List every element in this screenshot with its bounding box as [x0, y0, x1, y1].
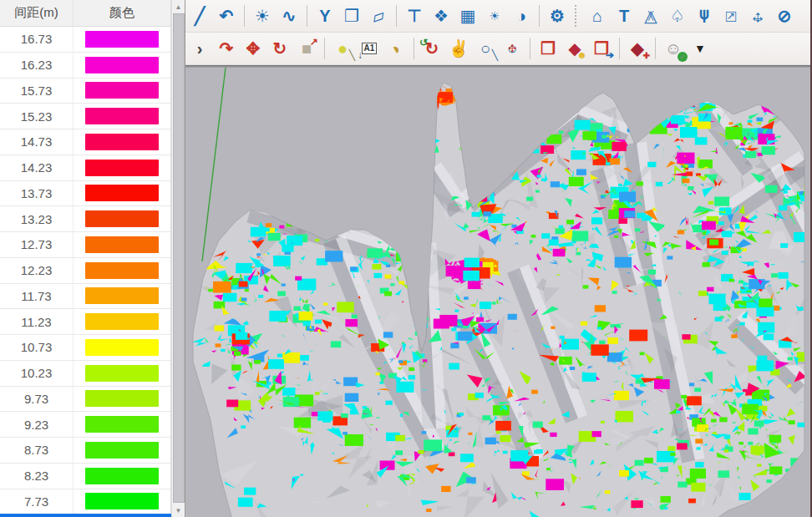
settings-gear-icon-glyph: ⚙ — [550, 8, 565, 24]
hierarchy-icon[interactable]: ⊢ — [402, 3, 427, 28]
toolbar-grip — [575, 5, 580, 27]
account-icon[interactable]: ☺✓ — [661, 36, 686, 61]
toolbar-plugins: ╱↶☀∿Y❐▱⊢❖▦☀◑⚙⌂T△╳♤⋔□↗↔↕⊘ — [185, 0, 812, 33]
zoom-extents-icon[interactable]: ○✣ — [500, 36, 525, 61]
extension-warehouse-icon-glyph: ◆ — [631, 40, 643, 57]
extension-warehouse-icon[interactable]: ◆✚ — [625, 36, 650, 61]
orbit-icon[interactable]: ↻↺ — [419, 36, 444, 61]
dimension-icon-glyph: A1 — [362, 43, 378, 54]
tower-icon[interactable]: △╳ — [638, 3, 663, 28]
solar-panel-icon-glyph: ☀ — [255, 8, 270, 24]
dimension-icon[interactable]: A1↓ — [357, 36, 382, 61]
zoom-icon-overlay: ╲ — [492, 50, 498, 60]
legend-color-cell — [74, 489, 170, 514]
toolbar-separator — [244, 5, 245, 27]
scrollbar-down-button[interactable]: ▼ — [172, 504, 185, 517]
legend-row: 9.73 — [0, 387, 170, 413]
scale-icon-glyph: ■ — [302, 40, 312, 57]
styles-icon[interactable]: ◆☻ — [562, 36, 587, 61]
legend-color-cell — [74, 438, 170, 463]
tree-icon[interactable]: ♤ — [665, 3, 690, 28]
legend-color-cell — [74, 387, 170, 412]
pipe-icon[interactable]: ∿ — [277, 3, 302, 28]
legend-rows: 16.7316.2315.7315.2314.7314.2313.7313.23… — [0, 27, 170, 514]
color-swatch — [85, 365, 159, 382]
move-all-icon[interactable]: ↔↕ — [745, 3, 770, 28]
home-icon[interactable]: ⌂ — [585, 3, 610, 28]
toolbar-separator — [307, 5, 307, 27]
legend-value: 11.23 — [0, 309, 74, 334]
legend-row: 13.73 — [0, 181, 170, 207]
wind-turbine-icon[interactable]: ⋔ — [692, 3, 717, 28]
legend-row: 10.73 — [0, 335, 170, 361]
pipe-icon-glyph: ∿ — [282, 8, 297, 24]
legend-color-cell — [74, 309, 170, 334]
send-to-layout-icon-glyph: ❒ — [594, 40, 609, 57]
toolbar-separator — [414, 38, 414, 59]
color-swatch — [85, 31, 159, 48]
legend-row: 15.73 — [0, 79, 170, 104]
account-caret-icon-glyph: ▼ — [694, 43, 706, 54]
orbit-icon-glyph: ↻ — [425, 40, 439, 57]
zoom-icon[interactable]: ○╲ — [473, 36, 498, 61]
legend-row: 13.23 — [0, 206, 170, 232]
scale-icon[interactable]: ■↗ — [294, 36, 319, 61]
paint-bucket-icon[interactable]: ◗ — [383, 36, 409, 61]
road-icon[interactable]: ↶ — [214, 3, 239, 28]
legend-value: 12.73 — [0, 232, 74, 257]
zoom-icon-glyph: ○ — [480, 40, 490, 57]
scale-viewport-icon-glyph: □ — [726, 8, 736, 24]
legend-value: 8.23 — [0, 464, 74, 489]
move-icon-glyph: ✥ — [246, 40, 261, 57]
legend-color-cell — [74, 335, 170, 360]
axes-icon[interactable]: Y — [312, 3, 337, 28]
axes-icon-glyph: Y — [319, 8, 330, 24]
shadow-analysis-icon[interactable]: ◑ — [509, 3, 534, 28]
paste-in-place-icon[interactable]: ❐ — [339, 3, 364, 28]
send-to-layout-icon[interactable]: ❒➔ — [589, 36, 614, 61]
schedule-table-icon[interactable]: ▦ — [455, 3, 480, 28]
tower-icon-glyph: △ — [644, 8, 657, 24]
legend-color-cell — [74, 412, 170, 437]
pan-icon[interactable]: ✌ — [446, 36, 471, 61]
move-icon[interactable]: ✥ — [241, 36, 266, 61]
legend-scrollbar[interactable]: ▲ ▼ — [171, 0, 185, 517]
overflow-chevron[interactable]: › — [187, 36, 212, 61]
main-area: ╱↶☀∿Y❐▱⊢❖▦☀◑⚙⌂T△╳♤⋔□↗↔↕⊘ ›↷✥↻■↗●╲A1↓◗↻↺✌… — [185, 0, 812, 517]
scrollbar-up-button[interactable]: ▲ — [172, 0, 185, 13]
color-swatch — [85, 82, 159, 99]
text-tool-icon[interactable]: T — [612, 3, 637, 28]
move-all-icon-glyph: ↔ — [749, 8, 766, 24]
account-caret-icon[interactable]: ▼ — [688, 36, 713, 61]
tape-measure-icon-glyph: ● — [337, 40, 348, 57]
solar-panel-icon[interactable]: ☀ — [250, 3, 275, 28]
legend-color-cell — [74, 27, 170, 52]
model-viewport[interactable] — [185, 68, 812, 517]
draw-line-icon[interactable]: ╱ — [187, 3, 212, 28]
scale-viewport-icon[interactable]: □↗ — [718, 3, 743, 28]
settings-gear-icon[interactable]: ⚙ — [545, 3, 570, 28]
road-icon-glyph: ↶ — [220, 8, 234, 24]
layout-icon[interactable]: ❒ — [535, 36, 561, 61]
color-swatch — [85, 160, 159, 176]
solar-calc-icon[interactable]: ☀ — [482, 3, 507, 28]
tape-measure-icon[interactable]: ●╲ — [330, 36, 355, 61]
hide-rest-icon[interactable]: ⊘ — [772, 3, 797, 28]
paste-in-place-icon-glyph: ❐ — [344, 8, 359, 24]
legend-value: 16.73 — [0, 27, 74, 52]
rotate-icon[interactable]: ↻ — [267, 36, 292, 61]
scrollbar-thumb[interactable] — [173, 13, 185, 503]
toolbar-separator — [396, 5, 397, 27]
color-swatch — [85, 416, 159, 433]
ruler-icon[interactable]: ▱ — [366, 3, 391, 28]
legend-row: 8.23 — [0, 464, 170, 489]
layout-icon-glyph: ❒ — [540, 40, 556, 57]
toolbar-separator — [539, 5, 540, 27]
color-swatch — [85, 236, 159, 253]
terrain-canvas[interactable] — [185, 68, 812, 517]
tape-measure-icon-overlay: ╲ — [349, 50, 355, 60]
legend-row: 12.23 — [0, 258, 170, 284]
dropbox-icon[interactable]: ❖ — [429, 3, 454, 28]
color-swatch — [85, 339, 159, 356]
rotate-arc-icon[interactable]: ↷ — [214, 36, 239, 61]
